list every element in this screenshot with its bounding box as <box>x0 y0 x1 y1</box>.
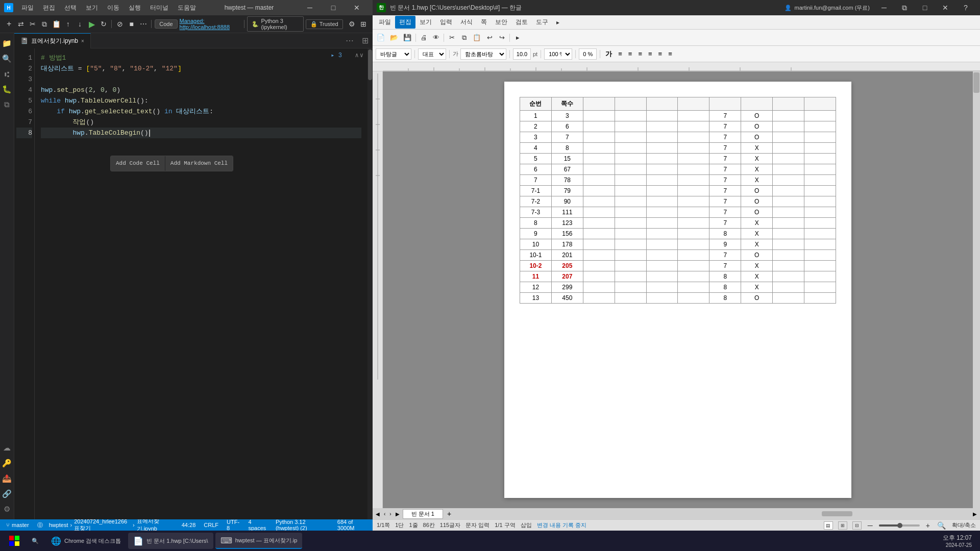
code-content[interactable]: # 방법1 대상리스트 = ["5", "8", "10-2", "12"] h… <box>35 48 368 519</box>
menu-selection[interactable]: 선택 <box>60 2 81 14</box>
hwp-tb-save[interactable]: 💾 <box>401 32 413 43</box>
menu-file[interactable]: 파일 <box>17 2 38 14</box>
hwp-menu-page[interactable]: 쪽 <box>477 16 491 29</box>
hwp-font-select[interactable]: 함초롬바탕 <box>460 48 506 60</box>
hwp-zoom-slider[interactable] <box>879 524 920 527</box>
activity-explorer[interactable]: 📁 <box>1 37 13 49</box>
toolbar-cut[interactable]: ✂ <box>28 18 37 30</box>
hwp-menu-security[interactable]: 보안 <box>491 16 511 29</box>
menu-terminal[interactable]: 터미널 <box>146 2 173 14</box>
hwp-vscrollbar[interactable] <box>973 71 980 508</box>
hwp-font-style-select[interactable]: 바탕글 <box>376 48 411 60</box>
hwp-tb-more[interactable]: ▸ <box>512 32 523 43</box>
close-button[interactable]: ✕ <box>345 0 369 15</box>
hwp-tab-scroll-left[interactable]: ◀ <box>375 511 381 517</box>
hwp-tb-cut[interactable]: ✂ <box>446 32 457 43</box>
toolbar-restart[interactable]: ↻ <box>99 18 108 30</box>
status-line-ending[interactable]: CRLF <box>202 522 220 528</box>
activity-git[interactable]: ⑆ <box>1 68 13 80</box>
hwp-view-mode-3[interactable]: ⊟ <box>852 521 862 530</box>
menu-view[interactable]: 보기 <box>82 2 102 14</box>
hwp-align-center[interactable]: ≡ <box>626 49 634 59</box>
hwp-menu-tools[interactable]: 도구 <box>532 16 552 29</box>
activity-more3[interactable]: 📤 <box>1 472 13 485</box>
hwp-tab-scroll-left2[interactable]: ‹ <box>383 511 386 517</box>
autocomplete-popup[interactable]: Add Code Cell Add Markdown Cell <box>110 156 233 171</box>
hwp-maximize[interactable]: □ <box>915 0 935 15</box>
hwp-close[interactable]: ✕ <box>935 0 955 15</box>
activity-more4[interactable]: 🔗 <box>1 488 13 500</box>
toolbar-paste[interactable]: 📋 <box>52 18 61 30</box>
split-editor-button[interactable]: ⊞ <box>358 36 373 45</box>
taskbar-app-hwp[interactable]: 📄 빈 문서 1.hwp [C:\Users\ <box>128 533 213 549</box>
hwp-tb-undo[interactable]: ↩ <box>484 32 495 43</box>
toolbar-new-cell[interactable]: + <box>4 18 14 30</box>
status-spaces[interactable]: 4 spaces <box>246 519 269 531</box>
activity-debug[interactable]: 🐛 <box>1 83 13 95</box>
file-tab-close-btn[interactable]: × <box>81 38 84 44</box>
toolbar-layout[interactable]: ⊞ <box>359 18 369 30</box>
hwp-align-right[interactable]: ≡ <box>636 49 644 59</box>
hwp-help[interactable]: ? <box>955 0 976 15</box>
breadcrumb-2[interactable]: 20240724_hrlee1266표찾기 <box>74 518 131 531</box>
hwp-tb-redo[interactable]: ↪ <box>496 32 507 43</box>
tab-more-button[interactable]: ⋯ <box>341 36 358 45</box>
toolbar-stop[interactable]: ■ <box>127 18 136 30</box>
menu-edit[interactable]: 편집 <box>39 2 59 14</box>
toolbar-more[interactable]: ⋯ <box>138 18 148 30</box>
activity-search[interactable]: 🔍 <box>1 53 13 65</box>
hwp-menu-file[interactable]: 파일 <box>375 16 395 29</box>
hwp-align-justify[interactable]: ≡ <box>646 49 654 59</box>
hwp-zoom-out[interactable]: ─ <box>867 521 874 530</box>
add-markdown-cell-button[interactable]: Add Markdown Cell <box>165 156 233 171</box>
search-taskbar[interactable]: 🔍 <box>27 533 44 549</box>
hwp-menu-more[interactable]: ▸ <box>552 17 564 28</box>
hwp-zoom-in[interactable]: + <box>925 521 931 530</box>
hwp-menu-format[interactable]: 서식 <box>456 16 477 29</box>
hwp-tb-print[interactable]: 🖨 <box>418 32 429 43</box>
hwp-tb-preview[interactable]: 👁 <box>430 32 442 43</box>
activity-extensions[interactable]: ⧉ <box>1 98 13 111</box>
hwp-minimize[interactable]: ─ <box>874 0 894 15</box>
toolbar-settings[interactable]: ⚙ <box>347 18 357 30</box>
toolbar-run-cell[interactable]: ▶ <box>87 18 96 30</box>
managed-url[interactable]: Managed: http://localhost:8888 <box>180 18 241 30</box>
hwp-page-tab-active[interactable]: 빈 문서 1 <box>403 509 443 519</box>
hwp-tab-scroll-right[interactable]: › <box>388 511 392 517</box>
menu-run[interactable]: 실행 <box>125 2 145 14</box>
hwp-angle-input[interactable] <box>579 48 597 60</box>
toolbar-clear[interactable]: ⊘ <box>115 18 125 30</box>
python-kernel-selector[interactable]: 🐍 Python 3 (ipykernel) <box>247 16 303 32</box>
minimize-button[interactable]: ─ <box>298 0 322 15</box>
hwp-restore[interactable]: ⧉ <box>894 0 915 15</box>
hwp-zoom-select[interactable]: 100 % <box>544 48 572 60</box>
hwp-view-mode-normal[interactable]: ▤ <box>824 521 833 530</box>
taskbar-app-chrome[interactable]: 🌐 Chrome 검색 데스크톱 <box>46 533 126 549</box>
cell-collapse-button[interactable]: ∧ <box>355 51 359 61</box>
hwp-menu-edit[interactable]: 편집 <box>395 16 415 29</box>
hwp-align-distribute[interactable]: ≡ <box>656 49 665 59</box>
status-charset[interactable]: UTF-8 <box>225 519 242 531</box>
hwp-align-left[interactable]: ≡ <box>616 49 624 59</box>
hwp-tb-copy[interactable]: ⧉ <box>458 32 470 43</box>
hwp-tb-open[interactable]: 📂 <box>388 32 400 43</box>
status-python-kernel[interactable]: Python 3.12 (hwptest) (2) <box>274 519 331 531</box>
hwp-bold[interactable]: 가 <box>603 48 614 60</box>
hwp-hscrollbar[interactable] <box>817 510 970 517</box>
hwp-menu-view[interactable]: 보기 <box>415 16 436 29</box>
maximize-button[interactable]: □ <box>322 0 345 15</box>
menu-goto[interactable]: 이동 <box>103 2 124 14</box>
hwp-tab-scroll-right2[interactable]: ▶ <box>395 511 401 517</box>
start-button[interactable] <box>4 531 24 551</box>
taskbar-app-vscode[interactable]: ⌨ hwptest — 표에서찾기.ip <box>215 533 303 549</box>
hwp-tb-new[interactable]: 📄 <box>375 32 387 43</box>
hwp-style-select[interactable]: 대표 <box>418 48 446 60</box>
trusted-button[interactable]: 🔒 Trusted <box>306 19 343 29</box>
hwp-view-mode-2[interactable]: ⊞ <box>838 521 847 530</box>
hwp-scroll-end[interactable]: ▶ <box>972 511 978 517</box>
toolbar-run-all[interactable]: ⇄ <box>16 18 26 30</box>
hwp-menu-input[interactable]: 입력 <box>436 16 456 29</box>
toolbar-move-up[interactable]: ↑ <box>63 18 73 30</box>
activity-settings[interactable]: ⚙ <box>1 503 13 515</box>
activity-more2[interactable]: 🔑 <box>1 457 13 469</box>
